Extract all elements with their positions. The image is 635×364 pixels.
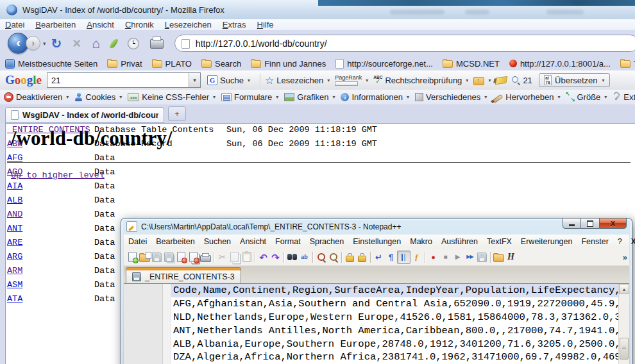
save-all-icon[interactable] <box>163 251 175 263</box>
menu-item[interactable]: Lesezeichen <box>165 20 212 29</box>
restore-button[interactable] <box>581 218 599 229</box>
line-text[interactable]: NLD,Netherlands,Europe,Western Europe,41… <box>171 311 629 324</box>
dir-entry-link[interactable]: AFG <box>7 153 22 163</box>
sync-horizontal-icon[interactable] <box>356 251 368 263</box>
bookmark-item[interactable]: http://sourceforge.net... <box>335 59 433 69</box>
undo-icon[interactable]: ↶ <box>257 251 269 263</box>
dir-entry-link[interactable]: ATA <box>7 294 22 304</box>
show-all-chars-icon[interactable]: ¶ <box>385 251 397 263</box>
stop-macro-icon[interactable]: ■ <box>439 251 452 263</box>
menu-item[interactable]: Suchen <box>204 237 231 246</box>
line-text[interactable]: ANT,Netherlands Antilles,North America,C… <box>171 324 629 337</box>
paste-icon[interactable] <box>241 251 253 263</box>
menu-item[interactable]: Ausführen <box>441 237 478 246</box>
zoom-out-icon[interactable] <box>327 251 339 263</box>
indent-guide-icon[interactable] <box>397 251 411 264</box>
dir-entry-link[interactable]: _ENTIRE_CONTENTS <box>7 125 90 135</box>
zoom-in-icon[interactable] <box>315 251 327 263</box>
copy-icon[interactable] <box>228 251 241 263</box>
print-icon[interactable] <box>199 251 212 263</box>
line-text[interactable]: ALB,Albania,Europe,Southern Europe,28748… <box>171 337 629 351</box>
menu-item[interactable]: Hilfe <box>257 20 274 29</box>
toolbar-overflow-chevron[interactable]: » <box>623 252 627 262</box>
feed-leaf-icon[interactable] <box>111 38 117 49</box>
menu-item[interactable]: Datei <box>128 237 147 246</box>
open-file-icon[interactable] <box>139 251 151 263</box>
new-tab-button[interactable]: + <box>168 106 186 121</box>
google-suche-button[interactable]: G Suche ▾ <box>207 75 250 85</box>
scrollbar-up-arrow[interactable]: ▲ <box>619 284 629 294</box>
webdev-item[interactable]: Deaktivieren ▾ <box>4 92 69 102</box>
scrollbar-thumb[interactable] <box>620 338 629 360</box>
notepad-titlebar[interactable]: C:\Users\Martin\AppData\Local\Temp\_ENTI… <box>121 219 632 235</box>
menu-item[interactable]: Bearbeiten <box>156 237 194 246</box>
lesezeichen-button[interactable]: ☆ Lesezeichen ▾ <box>265 74 330 87</box>
save-icon[interactable] <box>151 251 163 263</box>
webdev-item[interactable]: Verschiedenes ▾ <box>415 92 487 102</box>
bookmark-item[interactable]: MCSD.NET <box>443 59 500 69</box>
pagerank-indicator[interactable]: PageRank ▾ <box>335 75 368 86</box>
close-all-icon[interactable] <box>187 251 199 263</box>
text-editor[interactable]: 1 Code,Name,Continent,Region,SurfaceArea… <box>124 283 629 364</box>
webdev-item[interactable]: Informationen ▾ <box>341 92 409 102</box>
minimize-button[interactable] <box>563 218 581 229</box>
dir-entry-link[interactable]: AIA <box>7 181 22 191</box>
word-wrap-icon[interactable]: ↵ <box>373 251 385 263</box>
print-button[interactable] <box>150 38 164 49</box>
cut-icon[interactable]: ✂ <box>216 251 228 263</box>
stop-button[interactable]: × <box>72 35 81 52</box>
menu-item[interactable]: TextFX <box>487 237 512 246</box>
home-button[interactable]: ⌂ <box>92 36 100 51</box>
run-macro-multi-icon[interactable]: ▶▶ <box>464 251 476 263</box>
refresh-button[interactable]: ↻ <box>51 36 62 51</box>
spellcheck-button[interactable]: ABC ✓ Rechtschreibprüfung ▾ <box>373 76 468 85</box>
popup-blocker-counter[interactable]: 21 <box>512 76 532 85</box>
send-to-button[interactable]: ▾ <box>473 76 491 85</box>
new-file-icon[interactable] <box>126 251 139 263</box>
session-icon[interactable] <box>493 251 505 263</box>
sync-vertical-icon[interactable] <box>344 251 356 263</box>
history-clock-button[interactable] <box>128 38 139 49</box>
function-complete-icon[interactable]: ƒ <box>411 251 423 263</box>
html-preview-icon[interactable]: H <box>505 251 517 263</box>
line-text[interactable]: Code,Name,Continent,Region,SurfaceArea,I… <box>171 284 629 297</box>
menu-item[interactable]: Datei <box>5 20 24 29</box>
menu-item[interactable]: Erweiterungen <box>521 237 573 246</box>
bookmark-item[interactable]: Search <box>201 59 241 69</box>
webdev-item[interactable]: Hervorheben ▾ <box>493 92 560 102</box>
close-document-button[interactable]: X <box>631 237 635 246</box>
dir-entry-link[interactable]: AGO <box>7 167 22 177</box>
google-search-input[interactable] <box>47 73 189 87</box>
webdev-item[interactable]: Grafiken ▾ <box>284 92 335 102</box>
menu-item[interactable]: Extras <box>223 20 246 29</box>
menu-item[interactable]: Fenster <box>581 237 608 246</box>
play-macro-icon[interactable]: ▶ <box>452 251 464 263</box>
dir-entry-link[interactable]: AND <box>7 210 22 219</box>
document-tab[interactable]: _ENTIRE_CONTENTS-3 <box>126 267 241 284</box>
line-text[interactable]: AFG,Afghanistan,Asia,Southern and Centra… <box>171 297 629 311</box>
replace-icon[interactable]: ab <box>298 251 310 263</box>
bookmark-item[interactable]: PLATO <box>152 59 192 69</box>
webdev-item[interactable]: Größe ▾ <box>566 92 607 102</box>
menu-item[interactable]: Chronik <box>125 20 154 29</box>
webdev-item[interactable]: Formulare ▾ <box>221 92 278 102</box>
webdev-item[interactable]: Keine CSS-Fehler ▾ <box>128 92 216 102</box>
browser-tab[interactable]: WsgiDAV - Index of /world-db/count... <box>5 107 164 123</box>
close-button[interactable]: X <box>599 218 627 229</box>
dir-entry-link[interactable]: ASM <box>7 280 22 290</box>
dir-entry-link[interactable]: ARE <box>7 238 22 247</box>
url-input[interactable] <box>174 35 635 52</box>
find-icon[interactable] <box>286 251 298 263</box>
menu-item[interactable]: Einstellungen <box>353 237 401 246</box>
search-history-dropdown[interactable]: ▾ <box>189 73 200 87</box>
dir-entry-link[interactable]: ANT <box>7 224 22 233</box>
menu-item[interactable]: Ansicht <box>87 20 114 29</box>
menu-item[interactable]: Ansicht <box>240 237 266 246</box>
line-text[interactable]: DZA,Algeria,Africa,Northern Africa,23817… <box>171 351 629 364</box>
dir-entry-link[interactable]: ARG <box>7 252 22 261</box>
dir-entry-link[interactable]: ARM <box>7 266 22 276</box>
highlighter-button[interactable] <box>496 77 507 84</box>
bookmark-item[interactable]: Privat <box>107 59 142 69</box>
dir-entry-link[interactable]: ABW <box>7 139 22 149</box>
editor-scrollbar[interactable]: ▲ <box>618 284 629 364</box>
